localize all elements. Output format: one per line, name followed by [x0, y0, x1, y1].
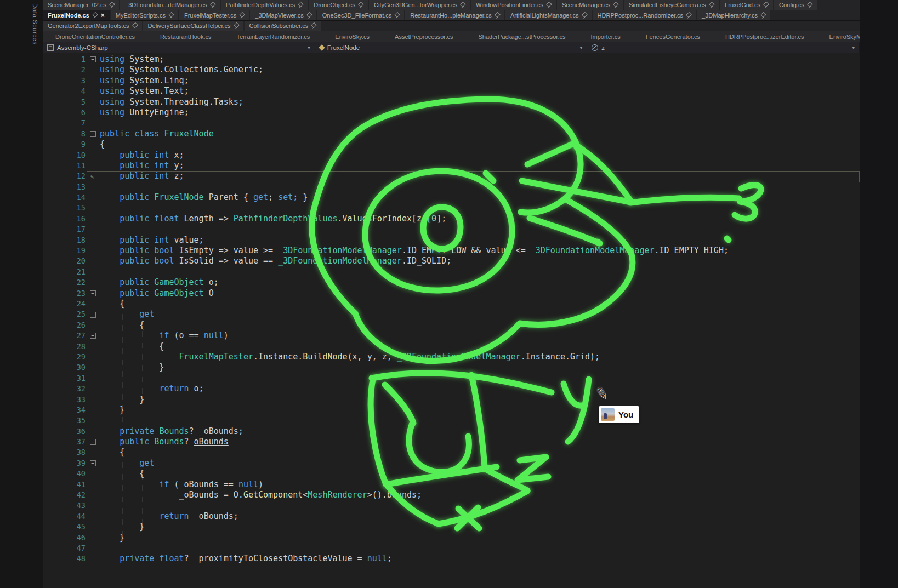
breakpoint-margin[interactable]: [43, 224, 61, 235]
fold-collapse-icon[interactable]: −: [90, 460, 96, 466]
breakpoint-margin[interactable]: [43, 107, 61, 118]
project-dropdown[interactable]: Assembly-CSharp ▾: [43, 42, 315, 53]
tab-restaurantho-plemanager-cs[interactable]: RestaurantHo...pleManager.cs: [405, 10, 504, 20]
close-icon[interactable]: ×: [101, 12, 105, 19]
pin-icon[interactable]: [168, 13, 173, 19]
breakpoint-margin[interactable]: [43, 235, 61, 246]
breakpoint-margin[interactable]: [43, 171, 61, 181]
breakpoint-margin[interactable]: [43, 214, 61, 224]
tab-fruxelmaptester-cs[interactable]: FruxelMapTester.cs: [179, 10, 249, 20]
pin-icon[interactable]: [311, 23, 316, 29]
breakpoint-margin[interactable]: [43, 405, 61, 415]
member-dropdown[interactable]: z ▾: [587, 42, 860, 53]
data-sources-tab[interactable]: Data Sources: [32, 3, 38, 45]
breakpoint-margin[interactable]: [43, 511, 61, 522]
breakpoint-margin[interactable]: [43, 299, 61, 309]
breakpoint-margin[interactable]: [43, 458, 61, 469]
pin-icon[interactable]: [132, 23, 137, 29]
fold-collapse-icon[interactable]: −: [90, 439, 96, 445]
breakpoint-margin[interactable]: [43, 256, 61, 266]
breakpoint-margin[interactable]: [43, 320, 61, 330]
pin-icon[interactable]: [760, 13, 765, 19]
pin-icon[interactable]: [239, 13, 244, 19]
breakpoint-margin[interactable]: [43, 277, 61, 288]
breakpoint-margin[interactable]: [43, 76, 61, 86]
breakpoint-margin[interactable]: [43, 373, 61, 384]
breakpoint-margin[interactable]: [43, 490, 61, 500]
breakpoint-margin[interactable]: [43, 86, 61, 96]
breakpoint-margin[interactable]: [43, 288, 61, 299]
breakpoint-margin[interactable]: [43, 203, 61, 213]
fold-collapse-icon[interactable]: −: [90, 56, 96, 62]
breakpoint-margin[interactable]: [43, 118, 61, 128]
breakpoint-margin[interactable]: [43, 54, 61, 65]
type-dropdown[interactable]: FruxelNode ▾: [315, 42, 588, 53]
tab-myeditorscripts-cs[interactable]: MyEditorScripts.cs: [111, 10, 178, 20]
breakpoint-margin[interactable]: [43, 437, 61, 447]
pin-icon[interactable]: [109, 2, 114, 8]
breakpoint-margin[interactable]: [43, 192, 61, 203]
fold-collapse-icon[interactable]: −: [90, 312, 96, 318]
tab-scenemanager-02-cs[interactable]: SceneManager_02.cs: [43, 0, 119, 10]
breakpoint-margin[interactable]: [43, 522, 61, 532]
breakpoint-margin[interactable]: [43, 500, 61, 511]
file-tab-terrainlayerrandomizer-cs[interactable]: TerrainLayerRandomizer.cs: [224, 33, 322, 40]
file-tab-fencesgenerator-cs[interactable]: FencesGenerator.cs: [633, 33, 713, 40]
pin-icon[interactable]: [709, 2, 714, 8]
fold-collapse-icon[interactable]: −: [90, 333, 96, 339]
file-tab-droneorientationcontroller-cs[interactable]: DroneOrientationController.cs: [43, 33, 147, 40]
breakpoint-margin[interactable]: [43, 479, 61, 490]
tab-simulatedfisheyecamera-cs[interactable]: SimulatedFisheyeCamera.cs: [624, 0, 719, 10]
breakpoint-margin[interactable]: [43, 97, 61, 107]
breakpoint-margin[interactable]: [43, 150, 61, 161]
tab-scenemanager-cs[interactable]: SceneManager.cs: [557, 0, 623, 10]
breakpoint-margin[interactable]: [43, 161, 61, 171]
breakpoint-margin[interactable]: [43, 267, 61, 277]
tab-hdrppostproc-randomizer-cs[interactable]: HDRPPostproc...Randomizer.cs: [593, 10, 696, 20]
tab-droneobject-cs[interactable]: DroneObject.cs: [309, 0, 368, 10]
breakpoint-margin[interactable]: [43, 139, 61, 150]
pin-icon[interactable]: [234, 23, 238, 29]
breakpoint-margin[interactable]: [43, 362, 61, 373]
fold-collapse-icon[interactable]: −: [90, 290, 96, 296]
pin-icon[interactable]: [807, 2, 812, 8]
code-editor[interactable]: 1−using System;2using System.Collections…: [43, 53, 860, 588]
pin-icon[interactable]: [394, 13, 399, 19]
tab-artificiallightsmanager-cs[interactable]: ArtificialLightsManager.cs: [505, 10, 592, 20]
tab-collisionsubscriber-cs[interactable]: CollisionSubscriber.cs: [245, 21, 321, 31]
pin-icon[interactable]: [460, 2, 465, 8]
file-tab-shaderpackage-stprocessor-cs[interactable]: ShaderPackage...stProcessor.cs: [465, 33, 578, 40]
tab-deliverysurfaceclasshelper-cs[interactable]: DeliverySurfaceClassHelper.cs: [143, 21, 243, 31]
pin-icon[interactable]: [92, 13, 97, 19]
breakpoint-margin[interactable]: [43, 352, 61, 362]
pin-icon[interactable]: [582, 13, 587, 19]
tab-onesec3d-fileformat-cs[interactable]: OneSec3D_FileFormat.cs: [317, 10, 405, 20]
tab-citygen3dgen-torwrapper-cs[interactable]: CityGen3DGen...torWrapper.cs: [369, 0, 470, 10]
tab-pathfinderdepthvalues-cs[interactable]: PathfinderDepthValues.cs: [221, 0, 308, 10]
tab-3dmapviewer-cs[interactable]: _3DMapViewer.cs: [250, 10, 316, 20]
breakpoint-margin[interactable]: [43, 341, 61, 352]
tab-3dmaphierarchy-cs[interactable]: _3DMapHierarchy.cs: [697, 10, 770, 20]
breakpoint-margin[interactable]: [43, 309, 61, 319]
pin-icon[interactable]: [298, 2, 303, 8]
breakpoint-margin[interactable]: [43, 65, 61, 75]
breakpoint-margin[interactable]: [43, 182, 61, 192]
file-tab-envirosky-cs[interactable]: EnviroSky.cs: [322, 33, 382, 40]
file-tab-importer-cs[interactable]: Importer.cs: [578, 33, 633, 40]
breakpoint-margin[interactable]: [43, 330, 61, 341]
pin-icon[interactable]: [613, 2, 618, 8]
pin-icon[interactable]: [546, 2, 551, 8]
tab-3dfoundatio-delmanager-cs[interactable]: _3DFoundatio...delManager.cs: [120, 0, 220, 10]
breakpoint-margin[interactable]: [43, 533, 61, 543]
tab-windowpositionfinder-cs[interactable]: WindowPositionFinder.cs: [471, 0, 556, 10]
breakpoint-margin[interactable]: [43, 395, 61, 405]
file-tab-hdrppostproc-izereditor-cs[interactable]: HDRPPostproc...izerEditor.cs: [713, 33, 817, 40]
breakpoint-margin[interactable]: [43, 553, 61, 564]
file-tab-restauranthook-cs[interactable]: RestaurantHook.cs: [147, 33, 224, 40]
tab-fruxelnode-cs[interactable]: FruxelNode.cs×: [43, 10, 110, 20]
tab-generator2exportmaptools-cs[interactable]: Generator2ExportMapTools.cs: [43, 21, 142, 31]
breakpoint-margin[interactable]: [43, 543, 61, 553]
pin-icon[interactable]: [358, 2, 363, 8]
pin-icon[interactable]: [306, 13, 311, 19]
pin-icon[interactable]: [210, 2, 215, 8]
